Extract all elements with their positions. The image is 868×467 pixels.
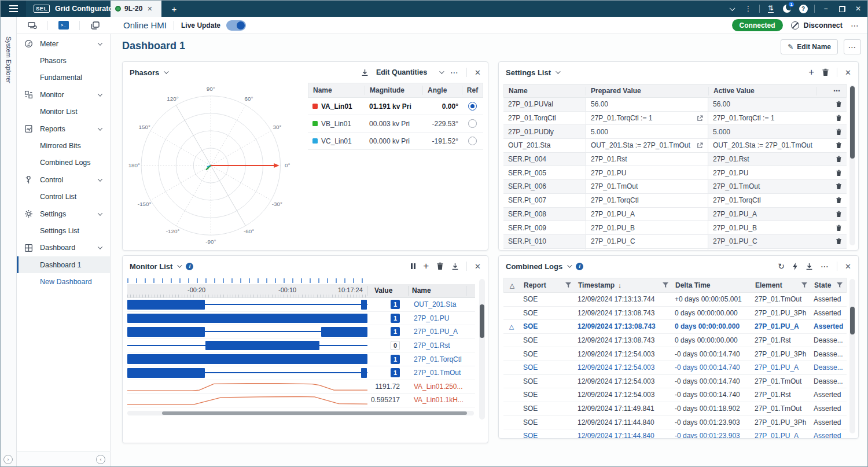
download-icon[interactable]: [451, 263, 459, 270]
delete-row-button[interactable]: [816, 115, 847, 122]
prepared-value-cell[interactable]: 27P_01.TorqCtl: [586, 194, 708, 207]
signal-link[interactable]: OUT_201.Sta: [408, 300, 475, 308]
delete-row-button[interactable]: [816, 156, 847, 163]
vertical-scrollbar[interactable]: [849, 279, 855, 433]
panel-close-icon[interactable]: ✕: [475, 262, 481, 271]
account-icon[interactable]: 1: [780, 1, 794, 17]
digital-waveform[interactable]: [127, 325, 367, 339]
analog-waveform[interactable]: [127, 394, 367, 407]
log-row[interactable]: SOE12/09/2024 17:11:44.840-0 days 00:01:…: [503, 415, 847, 429]
sidebar-item-control[interactable]: Control: [17, 171, 110, 188]
filter-icon[interactable]: [663, 282, 668, 288]
help-icon[interactable]: ?: [796, 1, 810, 17]
digital-waveform[interactable]: [127, 339, 367, 352]
ref-radio[interactable]: [468, 102, 477, 111]
log-row[interactable]: SOE12/09/2024 17:12:54.003-0 days 00:00:…: [503, 347, 847, 361]
sidebar-item-control-list[interactable]: Control List: [17, 189, 110, 205]
signal-link[interactable]: VA_Lin01.1kH...: [408, 396, 475, 404]
info-icon[interactable]: i: [186, 263, 193, 270]
sidebar-item-combined-logs[interactable]: Combined Logs: [17, 155, 110, 171]
tab-close-icon[interactable]: ✕: [147, 5, 152, 13]
rail-expand-button[interactable]: ›: [3, 455, 13, 464]
trash-icon[interactable]: [436, 262, 444, 270]
disconnect-button[interactable]: Disconnect: [804, 21, 843, 30]
horizontal-scrollbar[interactable]: [127, 411, 474, 415]
log-row[interactable]: SOE12/09/2024 17:11:44.840-0 days 00:01:…: [503, 429, 847, 439]
prepared-value-cell[interactable]: OUT_201.Sta := 27P_01.TmOut: [586, 139, 708, 152]
lightning-icon[interactable]: [792, 263, 798, 270]
delete-row-button[interactable]: [816, 170, 847, 176]
signal-link[interactable]: 27P_01.TorqCtl: [408, 355, 475, 363]
add-setting-button[interactable]: +: [808, 69, 814, 75]
info-icon[interactable]: i: [576, 263, 583, 270]
delete-row-button[interactable]: [816, 238, 847, 245]
signal-link[interactable]: 27P_01.Rst: [408, 341, 475, 350]
vertical-scrollbar[interactable]: [849, 85, 855, 245]
toolbar-kebab-icon[interactable]: ⋯: [851, 21, 859, 30]
log-row[interactable]: SOE12/09/2024 17:13:08.7430 days 00:00:0…: [503, 334, 847, 348]
analog-waveform[interactable]: [127, 380, 367, 394]
signal-link[interactable]: 27P_01.PU: [408, 314, 475, 322]
delete-row-button[interactable]: [816, 197, 847, 204]
log-row[interactable]: SOE12/09/2024 17:11:49.841-0 days 00:01:…: [503, 402, 847, 416]
trash-icon[interactable]: [822, 68, 829, 76]
sidebar-item-fundamental[interactable]: Fundamental: [17, 69, 110, 86]
prepared-value-cell[interactable]: 27P_01.TmOut: [586, 180, 708, 193]
delete-row-button[interactable]: [816, 101, 847, 108]
terminal-icon[interactable]: >_: [56, 19, 71, 32]
minimize-button[interactable]: −: [819, 1, 833, 17]
filter-icon[interactable]: [565, 282, 571, 288]
digital-waveform[interactable]: [127, 298, 367, 311]
sidebar-item-monitor[interactable]: Monitor: [17, 86, 110, 103]
ref-radio[interactable]: [468, 137, 477, 145]
vertical-scrollbar[interactable]: [479, 279, 485, 420]
sidebar-item-dashboard-1[interactable]: Dashboard 1: [17, 256, 110, 273]
panel-close-icon[interactable]: ✕: [845, 68, 851, 77]
close-button[interactable]: ✕: [851, 1, 865, 17]
digital-waveform[interactable]: [127, 352, 367, 366]
chevron-down-icon[interactable]: [164, 69, 168, 73]
filter-icon[interactable]: [837, 282, 843, 288]
signal-link[interactable]: VA_Lin01.250...: [408, 383, 475, 391]
column-kebab-icon[interactable]: ⋯: [816, 87, 846, 95]
device-manager-icon[interactable]: [25, 19, 40, 32]
prepared-value-cell[interactable]: 56.00: [586, 98, 708, 111]
chevron-down-icon[interactable]: [567, 263, 572, 267]
panel-close-icon[interactable]: ✕: [845, 262, 851, 271]
edit-quantities-button[interactable]: Edit Quantities: [376, 68, 427, 76]
panel-kebab-icon[interactable]: ⋯: [450, 68, 459, 77]
tab-9l-20[interactable]: 9L-20 ✕: [111, 1, 161, 17]
delete-row-button[interactable]: [816, 183, 847, 190]
log-row[interactable]: SOE12/09/2024 17:12:54.003-0 days 00:00:…: [503, 388, 847, 402]
prepared-value-cell[interactable]: 2: [586, 249, 708, 251]
sidebar-item-mirrored-bits[interactable]: Mirrored Bits: [17, 137, 110, 154]
log-row[interactable]: SOE12/09/2024 17:12:54.003-0 days 00:00:…: [503, 361, 847, 375]
live-update-toggle[interactable]: [226, 20, 246, 31]
delete-row-button[interactable]: [816, 142, 847, 149]
sidebar-item-phasors[interactable]: Phasors: [17, 52, 110, 69]
new-tab-button[interactable]: +: [166, 1, 182, 17]
sidebar-collapse-button[interactable]: ‹: [96, 455, 105, 464]
log-row[interactable]: △SOE12/09/2024 17:13:08.7430 days 00:00:…: [503, 320, 847, 334]
windows-copy-icon[interactable]: [87, 19, 102, 32]
panel-close-icon[interactable]: ✕: [475, 68, 481, 77]
edit-name-button[interactable]: ✎ Edit Name: [781, 39, 838, 54]
sidebar-item-settings[interactable]: Settings: [17, 205, 110, 222]
prepared-value-cell[interactable]: 27P_01.Rst: [586, 153, 708, 166]
digital-waveform[interactable]: [127, 366, 367, 380]
sidebar-item-dashboard[interactable]: Dashboard: [17, 240, 110, 256]
download-icon[interactable]: [361, 69, 369, 76]
prepared-value-cell[interactable]: 27P_01.PU_B: [586, 221, 708, 234]
ref-radio[interactable]: [468, 119, 477, 128]
panel-kebab-icon[interactable]: ⋯: [821, 262, 829, 271]
delete-row-button[interactable]: [816, 225, 847, 231]
digital-waveform[interactable]: [127, 312, 367, 325]
transfer-icon[interactable]: ⇅: [764, 1, 778, 17]
prepared-value-cell[interactable]: 27P_01.PU_C: [586, 235, 708, 248]
sidebar-item-new-dashboard[interactable]: New Dashboard: [17, 273, 110, 290]
filter-icon[interactable]: [801, 282, 807, 288]
delete-row-button[interactable]: [816, 128, 847, 135]
delete-row-button[interactable]: [816, 211, 847, 218]
restore-button[interactable]: [835, 1, 849, 17]
prepared-value-cell[interactable]: 27P_01.PU: [586, 166, 708, 179]
